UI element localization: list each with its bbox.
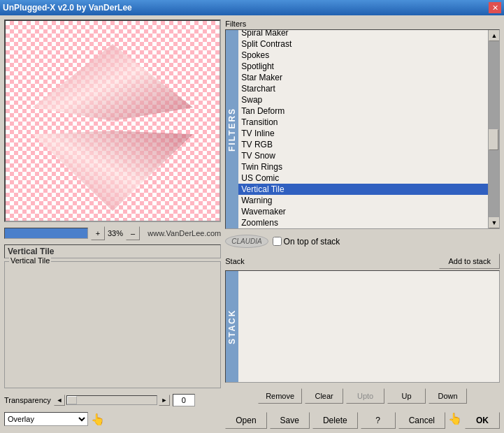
transparency-value[interactable] <box>173 394 195 406</box>
filter-item[interactable]: Zoomlens <box>238 217 488 228</box>
hand-cursor-icon-bottom: 👆 <box>448 412 462 429</box>
params-panel: Vertical Tile <box>4 261 221 388</box>
hand-cursor-icon: 👆 <box>91 413 105 426</box>
help-button[interactable]: ? <box>361 412 396 429</box>
clear-button[interactable]: Clear <box>305 388 343 404</box>
filter-item[interactable]: Spiral Maker <box>238 30 488 38</box>
slider-track[interactable] <box>66 395 157 405</box>
params-label: Vertical Tile <box>9 256 51 265</box>
save-button[interactable]: Save <box>270 412 310 429</box>
scroll-up-button[interactable]: ▲ <box>489 30 500 41</box>
close-button[interactable]: ✕ <box>489 2 501 13</box>
filter-item[interactable]: Split Contrast <box>238 38 488 50</box>
on-top-of-stack-text: On top of stack <box>284 237 340 247</box>
open-button[interactable]: Open <box>225 412 266 429</box>
zoom-value: 33% <box>108 229 123 237</box>
main-container: + 33% – www.VanDerLee.com Vertical Tile … <box>0 15 504 433</box>
preview-svg <box>6 27 219 215</box>
bottom-buttons: Open Save Delete ? Cancel 👆 OK <box>225 409 500 429</box>
zoom-out-button[interactable]: – <box>126 226 140 240</box>
filter-item[interactable]: Twin Rings <box>238 161 488 173</box>
filters-wrapper: FILTERS SolarizeSpice DotsSpiralSpiral M… <box>225 29 500 229</box>
toolbar-row: + 33% – www.VanDerLee.com <box>4 225 221 242</box>
zoom-in-button[interactable]: + <box>91 226 105 240</box>
transparency-row: Transparency ◄ ► <box>4 391 221 409</box>
ok-button[interactable]: OK <box>465 412 500 429</box>
filter-item[interactable]: Vertical Tile <box>238 184 488 195</box>
filter-item[interactable]: Tan Deform <box>238 105 488 117</box>
watermark-label: CLAUDIA <box>225 235 268 248</box>
options-row: CLAUDIA On top of stack <box>225 232 500 251</box>
svg-marker-0 <box>32 44 193 121</box>
filters-scrollbar: ▲ ▼ <box>488 30 499 228</box>
svg-marker-1 <box>32 131 193 211</box>
filter-name-label: Vertical Tile <box>8 247 55 256</box>
slider-right-arrow[interactable]: ► <box>159 395 170 406</box>
stack-header: Stack Add to stack <box>225 254 500 269</box>
filters-label: Filters <box>225 20 500 28</box>
down-button[interactable]: Down <box>429 388 467 404</box>
slider-thumb[interactable] <box>67 396 77 404</box>
left-panel: + 33% – www.VanDerLee.com Vertical Tile … <box>4 20 221 429</box>
add-to-stack-button[interactable]: Add to stack <box>439 254 500 269</box>
filter-item[interactable]: TV RGB <box>238 139 488 150</box>
upto-button[interactable]: Upto <box>346 388 384 404</box>
up-button[interactable]: Up <box>387 388 426 404</box>
remove-button[interactable]: Remove <box>258 388 302 404</box>
scroll-thumb[interactable] <box>489 129 498 150</box>
blend-select[interactable]: Normal Overlay Multiply Screen Darken Li… <box>4 412 88 426</box>
filter-item[interactable]: TV Inline <box>238 128 488 139</box>
preview-area <box>4 20 221 222</box>
progress-bar <box>4 228 88 239</box>
slider-container: ◄ ► <box>54 395 170 406</box>
filter-item[interactable]: TV Snow <box>238 150 488 161</box>
title-text: UnPlugged-X v2.0 by VanDerLee <box>3 3 132 13</box>
title-bar: UnPlugged-X v2.0 by VanDerLee ✕ <box>0 0 504 15</box>
filter-item[interactable]: Starchart <box>238 83 488 94</box>
filter-item[interactable]: Warning <box>238 195 488 206</box>
filter-item[interactable]: Star Maker <box>238 72 488 83</box>
website-label: www.VanDerLee.com <box>147 229 221 237</box>
stack-content <box>238 271 499 382</box>
filters-list[interactable]: SolarizeSpice DotsSpiralSpiral MakerSpli… <box>238 30 488 228</box>
preview-image <box>6 21 219 221</box>
stack-buttons: Remove Clear Upto Up Down <box>225 386 500 406</box>
progress-fill <box>5 228 87 238</box>
slider-left-arrow[interactable]: ◄ <box>54 395 65 406</box>
stack-label: Stack <box>225 257 245 265</box>
delete-button[interactable]: Delete <box>312 412 358 429</box>
blend-row: Normal Overlay Multiply Screen Darken Li… <box>4 412 221 429</box>
on-top-of-stack-checkbox[interactable] <box>273 237 282 246</box>
stack-sidebar: STACK <box>226 271 238 382</box>
filter-item[interactable]: Spotlight <box>238 61 488 72</box>
scroll-down-button[interactable]: ▼ <box>489 217 500 228</box>
right-panel: Filters FILTERS SolarizeSpice DotsSpiral… <box>225 20 500 429</box>
filter-item[interactable]: US Comic <box>238 173 488 184</box>
filter-item[interactable]: Swap <box>238 94 488 105</box>
filters-section: Filters FILTERS SolarizeSpice DotsSpiral… <box>225 20 500 229</box>
filter-item[interactable]: Spokes <box>238 50 488 61</box>
stack-area: STACK <box>225 270 500 383</box>
on-top-of-stack-label[interactable]: On top of stack <box>273 237 340 247</box>
cancel-button[interactable]: Cancel <box>398 412 445 429</box>
transparency-label: Transparency <box>4 396 51 404</box>
stack-section: Stack Add to stack STACK <box>225 254 500 383</box>
filters-sidebar: FILTERS <box>226 30 238 228</box>
filter-item[interactable]: Transition <box>238 117 488 128</box>
scroll-track[interactable] <box>489 41 499 217</box>
filter-item[interactable]: Wavemaker <box>238 206 488 217</box>
